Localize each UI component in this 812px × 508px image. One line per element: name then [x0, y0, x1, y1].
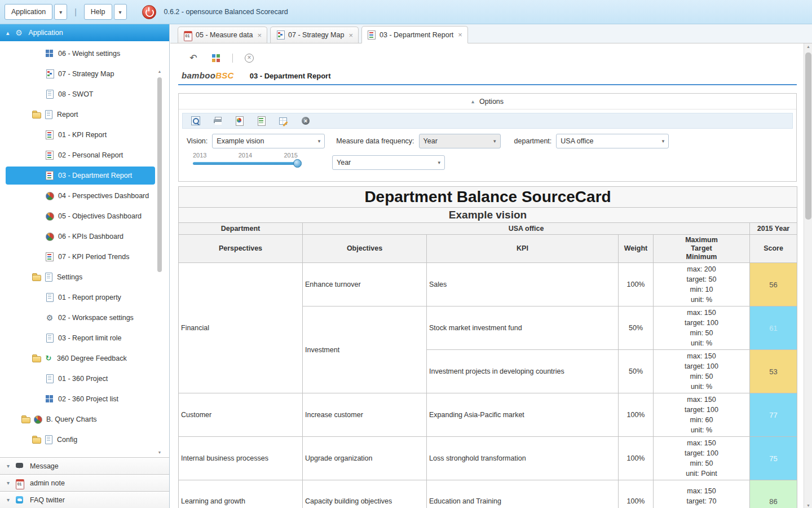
year-range-slider[interactable]: 2013 2014 2015	[193, 152, 298, 165]
sidebar-item-01-360-project[interactable]: 01 - 360 Project	[0, 369, 169, 389]
doc-icon	[44, 273, 53, 282]
sidebar-item-03-report-limit-role[interactable]: 03 - Report limit role	[0, 328, 169, 348]
search-button[interactable]	[189, 115, 202, 127]
scroll-down-icon[interactable]	[804, 503, 812, 507]
print-icon	[213, 116, 222, 125]
report-icon	[45, 252, 54, 261]
excel-button[interactable]	[255, 115, 268, 127]
scroll-down-icon[interactable]: ▼	[157, 450, 162, 454]
frequency-select[interactable]: Year	[419, 134, 501, 148]
weight-cell: 50%	[619, 350, 654, 393]
perspective-cell: Financial	[179, 263, 303, 393]
folder-icon	[21, 415, 30, 424]
calendar-icon	[183, 30, 192, 40]
tab-close-icon[interactable]	[256, 32, 262, 39]
sidebar-item-01-kpi-report[interactable]: 01 - KPI Report	[0, 125, 169, 145]
metric-line: unit: %	[656, 338, 747, 348]
sidebar-item-06-weight-settings[interactable]: 06 - Weight settings	[0, 43, 169, 64]
chevron-down-icon	[7, 463, 10, 469]
accordion-admin-note[interactable]: admin note	[0, 474, 169, 491]
scroll-up-icon[interactable]: ▲	[157, 69, 162, 73]
cancel-button[interactable]	[299, 115, 312, 127]
sidebar-scrollbar[interactable]: ▲ ▼	[157, 69, 162, 454]
options-collapse-header[interactable]: Options	[179, 94, 796, 110]
year-select[interactable]: Year	[332, 155, 445, 170]
pdf-button[interactable]	[233, 115, 246, 127]
sidebar-item-05-objectives-dashboard[interactable]: 05 - Objectives Dashboard	[0, 206, 169, 226]
objective-cell: Increase customer	[303, 393, 427, 437]
vision-select[interactable]: Example vision	[212, 134, 325, 148]
sidebar-item-report[interactable]: Report	[0, 104, 169, 125]
header-year: 2015 Year	[750, 223, 797, 235]
edit-grid-button[interactable]	[277, 115, 290, 127]
score-cell: 53	[750, 350, 797, 393]
help-menu-caret-button[interactable]	[114, 4, 127, 20]
sidebar-item-settings[interactable]: Settings	[0, 267, 169, 287]
sidebar-item-b-query-charts[interactable]: B. Query Charts	[0, 409, 169, 430]
main-scrollbar-thumb[interactable]	[805, 52, 811, 220]
objective-cell: Investment	[303, 306, 427, 393]
tab-close-icon[interactable]	[347, 32, 353, 39]
score-cell: 56	[750, 263, 797, 306]
sidebar-item-07-strategy-map[interactable]: 07 - Strategy Map	[0, 64, 169, 84]
sidebar-item-config[interactable]: Config	[0, 430, 169, 450]
toolbar-separator	[232, 54, 233, 63]
sidebar-item-08-swot[interactable]: 08 - SWOT	[0, 84, 169, 104]
undo-button[interactable]	[187, 52, 200, 64]
sidebar-item-02-360-project-list[interactable]: 02 - 360 Project list	[0, 389, 169, 409]
report-title-row: Department Balance SourceCard	[179, 187, 797, 208]
sidebar-item-02-personal-report[interactable]: 02 - Personal Report	[0, 145, 169, 165]
undo-icon	[188, 53, 198, 63]
sidebar-item-360-degree-feedback[interactable]: 360 Degree Feedback	[0, 348, 169, 369]
header-max-line: Maximum	[656, 236, 747, 244]
tab-label: 03 - Department Report	[379, 31, 453, 39]
close-circle-button[interactable]	[243, 52, 255, 64]
sidebar-item-label: 06 - KPIs Dashboard	[57, 233, 123, 240]
tab-07-strategy-map[interactable]: 07 - Strategy Map	[270, 27, 359, 43]
metric-line: target: 70	[656, 496, 747, 506]
power-logout-icon[interactable]	[142, 5, 156, 19]
sidebar-item-02-workspace-settings[interactable]: 02 - Workspace settings	[0, 308, 169, 328]
doc-icon	[45, 90, 54, 99]
print-button[interactable]	[211, 115, 224, 127]
sidebar-item-label: Settings	[56, 273, 82, 281]
sidebar-item-03-department-report[interactable]: 03 - Department Report	[6, 167, 155, 185]
metric-line: max: 150	[656, 351, 747, 361]
chevron-down-icon	[318, 138, 321, 144]
sidebar-item-01-report-property[interactable]: 01 - Report property	[0, 287, 169, 308]
slider-handle[interactable]	[293, 159, 302, 168]
weight-cell: 100%	[619, 263, 654, 306]
sidebar-item-06-kpis-dashboard[interactable]: 06 - KPIs Dashboard	[0, 226, 169, 247]
edit-grid-icon	[279, 116, 288, 125]
sidebar-tree: 06 - Weight settings07 - Strategy Map08 …	[0, 41, 169, 457]
sidebar-item-label: 07 - Strategy Map	[57, 70, 114, 78]
chevron-down-icon	[119, 9, 122, 15]
chevron-down-icon	[438, 160, 440, 165]
grid-icon	[45, 49, 54, 58]
metric-line: unit: %	[656, 295, 747, 305]
report-icon	[367, 30, 376, 40]
accordion-message[interactable]: Message	[0, 457, 169, 474]
tab-03-department-report[interactable]: 03 - Department Report	[361, 26, 468, 43]
sidebar-item-04-perspectives-dashboard[interactable]: 04 - Perspectives Dashboard	[0, 186, 169, 206]
scroll-up-icon[interactable]	[804, 45, 812, 49]
application-menu-caret-button[interactable]	[54, 4, 67, 20]
sidebar-accordion-application[interactable]: Application	[0, 24, 169, 41]
department-select[interactable]: USA office	[556, 134, 669, 148]
cancel-icon	[301, 116, 310, 125]
tab-05-measure-data[interactable]: 05 - Measure data	[178, 27, 267, 43]
message-icon	[15, 462, 24, 471]
application-menu-button[interactable]: Application	[5, 4, 52, 20]
accordion-faq-twitter[interactable]: FAQ twitter	[0, 491, 169, 508]
sidebar-item-label: 01 - KPI Report	[57, 131, 107, 139]
help-menu-button[interactable]: Help	[84, 4, 112, 20]
slider-track[interactable]	[193, 162, 298, 165]
tiles-button[interactable]	[210, 52, 222, 64]
main-scrollbar[interactable]	[804, 43, 812, 508]
tab-close-icon[interactable]	[457, 31, 462, 38]
metrics-cell: max: 150target: 100min: 50unit: %	[654, 350, 750, 393]
options-label: Options	[479, 98, 504, 106]
header-min-line: Minimum	[656, 253, 747, 261]
sidebar-item-07-kpi-period-trends[interactable]: 07 - KPI Period Trends	[0, 247, 169, 267]
sidebar-scrollbar-thumb[interactable]	[157, 77, 162, 272]
